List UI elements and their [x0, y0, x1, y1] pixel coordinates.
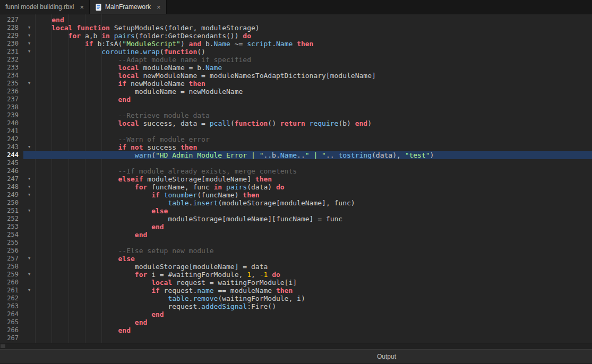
code-line[interactable]: 236moduleName = newModuleName [0, 88, 592, 96]
horizontal-scrollbar[interactable] [0, 343, 592, 350]
code-line[interactable]: 252moduleStorage[moduleName][funcName] =… [0, 215, 592, 223]
line-number[interactable]: 236 [0, 88, 23, 96]
fold-arrow[interactable]: ▼ [23, 287, 35, 294]
code-line[interactable]: 257▼else [0, 255, 592, 263]
line-number[interactable]: 228 [0, 24, 23, 32]
code-line[interactable]: 253end [0, 223, 592, 231]
line-number[interactable]: 260 [0, 279, 23, 287]
code-line[interactable]: 245 [0, 159, 592, 167]
code-line[interactable]: 231▼coroutine.wrap(function() [0, 48, 592, 56]
code-line[interactable]: 243▼if not success then [0, 143, 592, 151]
line-number[interactable]: 266 [0, 326, 23, 334]
code-line[interactable]: 248▼for funcName, func in pairs(data) do [0, 183, 592, 191]
fold-arrow[interactable]: ▼ [23, 255, 35, 263]
code-line[interactable]: 238 [0, 103, 592, 111]
code-line[interactable]: 228▼local function SetupModules(folder, … [0, 24, 592, 32]
fold-arrow[interactable]: ▼ [23, 32, 35, 40]
line-number[interactable]: 245 [0, 159, 23, 167]
code-line[interactable]: 240local success, data = pcall(function(… [0, 119, 592, 127]
fold-arrow[interactable]: ▼ [23, 183, 35, 191]
line-number[interactable]: 254 [0, 231, 23, 239]
line-number[interactable]: 233 [0, 64, 23, 72]
line-number[interactable]: 243 [0, 143, 23, 151]
code-line[interactable]: 232--Adapt module name if specified [0, 56, 592, 64]
tab-mainframework[interactable]: MainFramework × [90, 0, 167, 14]
line-number[interactable]: 235 [0, 80, 23, 88]
fold-arrow[interactable]: ▼ [23, 143, 35, 151]
code-line[interactable]: 246--If module already exists, merge con… [0, 167, 592, 175]
code-line[interactable]: 230▼if b:IsA("ModuleScript") and b.Name … [0, 40, 592, 48]
line-number[interactable]: 244 [0, 151, 23, 159]
line-number[interactable]: 259 [0, 271, 23, 279]
line-number[interactable]: 246 [0, 167, 23, 175]
code-line[interactable]: 229▼for a,b in pairs(folder:GetDescendan… [0, 32, 592, 40]
code-line[interactable]: 235▼if newModuleName then [0, 80, 592, 88]
code-line[interactable]: 233local moduleName = b.Name [0, 64, 592, 72]
line-number[interactable]: 258 [0, 263, 23, 271]
line-number[interactable]: 264 [0, 310, 23, 318]
code-line[interactable]: 260local request = waitingForModule[i] [0, 279, 592, 287]
line-number[interactable]: 232 [0, 56, 23, 64]
code-line[interactable]: 239--Retrieve module data [0, 111, 592, 119]
code-line[interactable]: 261▼if request.name == moduleName then [0, 287, 592, 294]
code-line-current[interactable]: 244warn("HD Admin Module Error | "..b.Na… [0, 151, 592, 159]
code-line[interactable]: 259▼for i = #waitingForModule, 1, -1 do [0, 271, 592, 279]
code-line[interactable]: 241 [0, 127, 592, 135]
fold-arrow[interactable]: ▼ [23, 40, 35, 48]
fold-arrow[interactable]: ▼ [23, 207, 35, 215]
code-line[interactable]: 265end [0, 318, 592, 326]
line-number[interactable]: 251 [0, 207, 23, 215]
line-number[interactable]: 249 [0, 191, 23, 199]
line-number[interactable]: 257 [0, 255, 23, 263]
line-number[interactable]: 250 [0, 199, 23, 207]
fold-arrow[interactable]: ▼ [23, 175, 35, 183]
code-line[interactable]: 256--Else setup new module [0, 247, 592, 255]
code-line[interactable]: 263request.addedSignal:Fire() [0, 302, 592, 310]
close-icon[interactable]: × [80, 4, 84, 11]
line-number[interactable]: 262 [0, 294, 23, 302]
line-number[interactable]: 248 [0, 183, 23, 191]
code-line[interactable]: 258moduleStorage[moduleName] = data [0, 263, 592, 271]
code-line[interactable]: 266end [0, 326, 592, 334]
line-number[interactable]: 256 [0, 247, 23, 255]
line-number[interactable]: 247 [0, 175, 23, 183]
fold-arrow[interactable]: ▼ [23, 48, 35, 56]
close-icon[interactable]: × [157, 4, 161, 11]
code-line[interactable]: 234local newModuleName = moduleNamesToAd… [0, 72, 592, 80]
output-panel-header[interactable]: Output [0, 350, 592, 364]
code-editor[interactable]: 227end228▼local function SetupModules(fo… [0, 14, 592, 343]
code-line[interactable]: 264end [0, 310, 592, 318]
code-line[interactable]: 242--Warn of module error [0, 135, 592, 143]
code-line[interactable]: 249▼if tonumber(funcName) then [0, 191, 592, 199]
fold-arrow[interactable]: ▼ [23, 191, 35, 199]
line-number[interactable]: 231 [0, 48, 23, 56]
scrollbar-thumb[interactable] [1, 344, 5, 348]
line-number[interactable]: 261 [0, 287, 23, 294]
code-line[interactable]: 251▼else [0, 207, 592, 215]
code-line[interactable]: 247▼elseif moduleStorage[moduleName] the… [0, 175, 592, 183]
line-number[interactable]: 238 [0, 103, 23, 111]
code-line[interactable]: 255 [0, 239, 592, 247]
code-line[interactable]: 237end [0, 96, 592, 103]
line-number[interactable]: 227 [0, 16, 23, 24]
line-number[interactable]: 242 [0, 135, 23, 143]
code-line[interactable]: 227end [0, 16, 592, 24]
fold-arrow[interactable]: ▼ [23, 80, 35, 88]
line-number[interactable]: 267 [0, 334, 23, 342]
code-line[interactable]: 250table.insert(moduleStorage[moduleName… [0, 199, 592, 207]
line-number[interactable]: 241 [0, 127, 23, 135]
fold-arrow[interactable]: ▼ [23, 271, 35, 279]
line-number[interactable]: 253 [0, 223, 23, 231]
line-number[interactable]: 237 [0, 96, 23, 103]
line-number[interactable]: 252 [0, 215, 23, 223]
tab-funni-model-building[interactable]: funni model building.rbxl × [0, 0, 90, 14]
line-number[interactable]: 239 [0, 111, 23, 119]
line-number[interactable]: 234 [0, 72, 23, 80]
fold-arrow[interactable]: ▼ [23, 24, 35, 32]
line-number[interactable]: 230 [0, 40, 23, 48]
code-line[interactable]: 262table.remove(waitingForModule, i) [0, 294, 592, 302]
line-number[interactable]: 265 [0, 318, 23, 326]
line-number[interactable]: 229 [0, 32, 23, 40]
code-line[interactable]: 267 [0, 334, 592, 342]
code-line[interactable]: 254end [0, 231, 592, 239]
